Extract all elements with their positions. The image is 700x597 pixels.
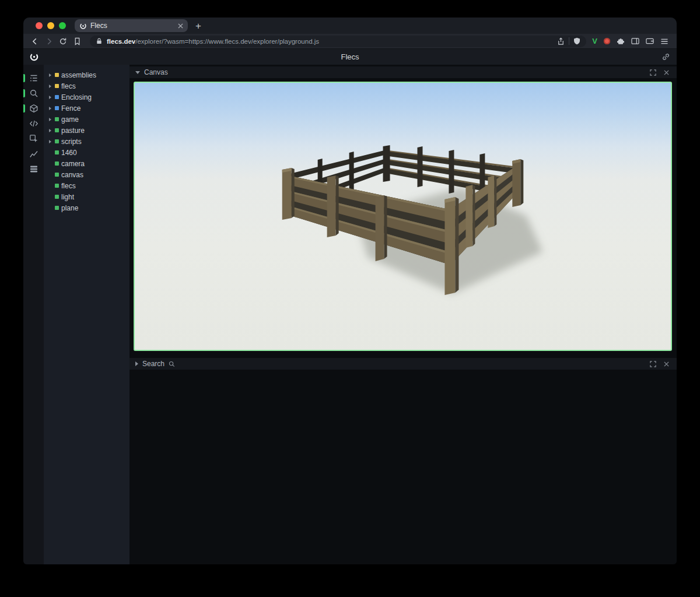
tree-item[interactable]: light: [44, 191, 130, 202]
collapse-chevron-icon[interactable]: [135, 71, 140, 74]
inspect-cursor-icon: [29, 134, 38, 143]
tree-item[interactable]: scripts: [44, 136, 130, 147]
entity-color-square: [55, 184, 59, 188]
entity-label: canvas: [61, 171, 83, 179]
entity-label: flecs: [61, 82, 76, 90]
entity-color-square: [55, 173, 59, 177]
minimize-window-button[interactable]: [47, 22, 54, 29]
sidebar-item-stats[interactable]: [23, 161, 44, 177]
webgl-canvas[interactable]: [134, 82, 672, 351]
entity-label: game: [61, 115, 79, 124]
entity-tree: assemblies flecs Enclosing Fence gam: [44, 65, 130, 564]
permalink-icon[interactable]: [662, 52, 670, 61]
entity-label: camera: [61, 160, 85, 168]
share-icon[interactable]: [557, 37, 565, 45]
search-panel-title: Search: [142, 360, 164, 368]
search-panel-body: [130, 370, 677, 564]
tree-item[interactable]: game: [44, 114, 130, 125]
extensions-puzzle-icon[interactable]: [617, 37, 625, 45]
tree-item[interactable]: assemblies: [44, 69, 130, 80]
app-header: Flecs: [23, 48, 677, 65]
sidebar-item-outliner[interactable]: [23, 71, 44, 86]
tree-item[interactable]: 1460: [44, 147, 130, 158]
entity-color-square: [55, 84, 59, 88]
expand-arrow-icon[interactable]: [47, 96, 52, 99]
address-bar[interactable]: flecs.dev/explorer/?wasm=https://www.fle…: [90, 36, 586, 47]
bookmark-icon[interactable]: [70, 35, 84, 48]
back-button[interactable]: [28, 35, 42, 48]
entity-label: plane: [61, 204, 78, 212]
entity-label: light: [61, 193, 74, 201]
tree-item[interactable]: canvas: [44, 169, 130, 180]
canvas-panel-header: Canvas: [130, 66, 677, 78]
close-panel-icon[interactable]: [662, 68, 671, 77]
outliner-icon: [29, 73, 38, 83]
sidebar-item-search[interactable]: [23, 86, 44, 101]
forward-button[interactable]: [42, 35, 56, 48]
url-host: flecs.dev: [107, 38, 135, 45]
browser-tab[interactable]: Flecs: [75, 19, 188, 32]
code-icon: [29, 119, 38, 128]
sidebar-item-scene[interactable]: [23, 101, 44, 116]
page-title: Flecs: [23, 52, 677, 61]
3d-fence-scene: [135, 83, 671, 350]
expand-panel-icon[interactable]: [648, 68, 657, 77]
entity-label: assemblies: [61, 71, 96, 79]
cube-icon: [29, 104, 38, 113]
tree-item[interactable]: pasture: [44, 125, 130, 136]
entity-color-square: [55, 161, 59, 166]
tree-item[interactable]: Enclosing: [44, 92, 130, 103]
sidebar-item-inspect[interactable]: [23, 131, 44, 146]
stats-bars-icon: [29, 164, 38, 174]
entity-label: pasture: [61, 127, 85, 135]
search-panel-header: Search: [130, 358, 677, 370]
lock-icon: [96, 37, 103, 45]
extension-red-icon[interactable]: [604, 38, 610, 44]
tree-item[interactable]: plane: [44, 202, 130, 213]
menu-icon[interactable]: [660, 38, 668, 45]
sidebar-item-charts[interactable]: [23, 146, 44, 161]
expand-arrow-icon[interactable]: [47, 107, 52, 110]
tree-item[interactable]: camera: [44, 158, 130, 169]
expand-arrow-icon[interactable]: [47, 73, 52, 77]
sidebar-panel-icon[interactable]: [631, 37, 639, 45]
canvas-panel-body: [134, 82, 672, 351]
left-icon-sidebar: [23, 65, 44, 564]
flecs-logo-icon: [29, 52, 39, 62]
tab-title: Flecs: [90, 22, 174, 30]
expand-panel-icon[interactable]: [648, 359, 657, 368]
expand-arrow-icon[interactable]: [47, 85, 52, 88]
tab-close-icon[interactable]: [178, 23, 183, 29]
flecs-favicon: [79, 22, 87, 30]
expand-arrow-icon[interactable]: [47, 140, 52, 143]
reload-button[interactable]: [56, 35, 70, 48]
tree-item[interactable]: flecs: [44, 180, 130, 191]
divider: [569, 37, 569, 45]
tree-item[interactable]: Fence: [44, 103, 130, 114]
app-body: assemblies flecs Enclosing Fence gam: [23, 65, 677, 564]
sidebar-item-code[interactable]: [23, 116, 44, 131]
entity-label: Enclosing: [61, 93, 92, 101]
expand-arrow-icon[interactable]: [47, 129, 52, 132]
entity-color-square: [55, 73, 59, 77]
tree-item[interactable]: flecs: [44, 80, 130, 92]
close-panel-icon[interactable]: [662, 359, 671, 368]
expand-arrow-icon[interactable]: [47, 118, 52, 121]
brave-shield-icon[interactable]: [573, 37, 580, 45]
line-chart-icon: [29, 149, 38, 159]
close-window-button[interactable]: [36, 22, 43, 29]
url-text: flecs.dev/explorer/?wasm=https://www.fle…: [107, 38, 553, 45]
collapse-chevron-icon[interactable]: [135, 361, 138, 366]
wallet-icon[interactable]: [646, 37, 654, 45]
zoom-window-button[interactable]: [59, 22, 66, 29]
navigation-bar: flecs.dev/explorer/?wasm=https://www.fle…: [23, 34, 677, 48]
entity-color-square: [55, 117, 59, 121]
entity-color-square: [55, 195, 59, 199]
entity-label: Fence: [61, 104, 80, 113]
entity-label: scripts: [61, 138, 82, 146]
entity-label: flecs: [61, 182, 76, 190]
entity-color-square: [55, 150, 59, 154]
new-tab-button[interactable]: +: [195, 21, 201, 31]
extension-v-icon[interactable]: V: [592, 37, 597, 45]
entity-color-square: [55, 139, 59, 143]
